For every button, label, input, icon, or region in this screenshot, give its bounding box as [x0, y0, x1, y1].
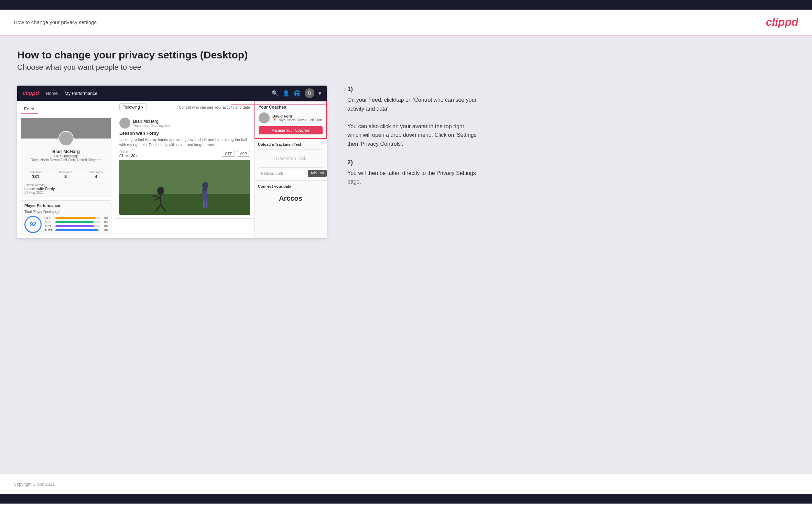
svg-rect-13: [203, 201, 205, 208]
pp-title: Player Performance: [24, 203, 108, 208]
post-avatar: [119, 118, 130, 129]
info-icon: i: [55, 210, 59, 214]
main-content: How to change your privacy settings (Des…: [0, 35, 812, 474]
bar-track: [55, 221, 100, 223]
red-connector-line: [231, 104, 327, 105]
bar-label: APP: [44, 220, 54, 224]
svg-rect-14: [206, 201, 207, 208]
bar-label: OTT: [44, 216, 54, 220]
bar-value: 86: [101, 224, 108, 228]
coach-item: David Ford 📍 Royal North Devon Golf Club: [259, 112, 323, 123]
footer-copyright: Copyright Clippd 2022: [14, 482, 55, 487]
bar-track: [55, 225, 100, 227]
stat-following-label: Following: [89, 170, 102, 174]
bar-label: ARG: [44, 224, 54, 228]
bar-track: [55, 229, 100, 231]
tag-ott: OTT: [222, 151, 235, 157]
control-privacy-link[interactable]: Control who can see your activity and da…: [179, 105, 250, 109]
latest-activity-label: Latest Activity: [24, 183, 108, 187]
trackman-placeholder: Trackman Link: [258, 149, 323, 168]
profile-banner: [21, 118, 111, 139]
nav-link-performance[interactable]: My Performance: [65, 91, 97, 96]
quality-bars: OTT 90 APP 85 ARG 86 PUTT 96: [44, 216, 108, 233]
profile-avatar: [58, 131, 74, 146]
post-title: Lesson with Fordy: [119, 131, 250, 136]
instruction-2-number: 2): [347, 159, 788, 166]
nav-link-home[interactable]: Home: [46, 91, 58, 96]
app-mockup: clippd Home My Performance 🔍 👤 🌐 B ▾ Fee…: [17, 86, 327, 238]
page-subheading: Choose what you want people to see: [17, 63, 795, 72]
post-card: Blair McHarg Yesterday · Sunningdale Les…: [115, 114, 254, 219]
bar-fill: [55, 217, 96, 219]
chevron-down-icon[interactable]: ▾: [318, 90, 321, 97]
trackman-input[interactable]: [258, 170, 306, 177]
profile-name: Blair McHarg: [24, 149, 108, 154]
instruction-2-text: You will then be taken directly to the P…: [347, 169, 478, 186]
user-avatar[interactable]: B: [305, 88, 314, 98]
bar-fill: [55, 221, 94, 223]
latest-activity: Latest Activity Lesson with Fordy 03 Aug…: [21, 181, 111, 197]
svg-rect-1: [119, 194, 250, 215]
latest-activity-title: Lesson with Fordy: [24, 187, 108, 191]
manage-coaches-button[interactable]: Manage Your Coaches: [259, 126, 323, 134]
content-area: clippd Home My Performance 🔍 👤 🌐 B ▾ Fee…: [17, 86, 795, 238]
instructions-panel: 1) On your Feed, click/tap on 'Control w…: [340, 86, 795, 197]
coach-club: 📍 Royal North Devon Golf Club: [272, 118, 322, 122]
feed-tab[interactable]: Feed: [21, 104, 38, 114]
bar-value: 96: [101, 229, 108, 232]
stat-activities: Activities 131: [30, 170, 42, 179]
profile-card: Blair McHarg Plus Handicap Royal North D…: [21, 118, 111, 197]
footer: Copyright Clippd 2022: [0, 474, 812, 494]
app-nav-logo: clippd: [23, 90, 39, 96]
chevron-icon: ▾: [141, 105, 143, 110]
instruction-1-number: 1): [347, 86, 788, 93]
following-button[interactable]: Following ▾: [119, 103, 147, 111]
header: How to change your privacy settings clip…: [0, 10, 812, 35]
duration-label: Duration: [119, 150, 142, 154]
add-link-button[interactable]: Add Link: [308, 170, 327, 177]
svg-point-8: [202, 182, 208, 189]
nav-icons: 🔍 👤 🌐 B ▾: [272, 88, 321, 98]
arccos-logo: Arccos: [258, 191, 323, 206]
quality-score-circle: 92: [24, 216, 42, 233]
stat-followers-value: 3: [59, 174, 72, 179]
trackman-section: Upload a Trackman Test Trackman Link Add…: [255, 139, 327, 181]
golf-scene: [119, 160, 250, 215]
connect-title: Connect your data: [258, 184, 323, 188]
quality-bar-row: OTT 90: [44, 216, 108, 220]
app-right-panel: Your Coaches David Ford 📍 Royal North De…: [255, 101, 327, 238]
trackman-title: Upload a Trackman Test: [258, 142, 323, 146]
top-bar: [0, 0, 812, 10]
duration-value: 01 hr : 30 min: [119, 154, 142, 158]
header-title: How to change your privacy settings: [14, 19, 97, 25]
coach-avatar: [259, 112, 270, 123]
latest-activity-date: 03 Aug 2022: [24, 191, 108, 195]
bar-label: PUTT: [44, 229, 54, 232]
bar-track: [55, 217, 100, 219]
globe-icon[interactable]: 🌐: [294, 90, 301, 97]
connect-section: Connect your data Arccos: [255, 181, 327, 209]
bar-fill: [55, 229, 98, 231]
page-heading: How to change your privacy settings (Des…: [17, 49, 795, 61]
profile-club: Royal North Devon Golf Club, United King…: [24, 158, 108, 162]
bar-value: 85: [101, 220, 108, 224]
clippd-logo: clippd: [766, 16, 798, 29]
coach-info: David Ford 📍 Royal North Devon Golf Club: [272, 114, 322, 122]
post-image: [119, 160, 250, 215]
feed-header: Following ▾ Control who can see your act…: [115, 101, 254, 114]
stat-followers: Followers 3: [59, 170, 72, 179]
search-icon[interactable]: 🔍: [272, 90, 279, 97]
location-icon: 📍: [272, 118, 277, 122]
coaches-section: Your Coaches David Ford 📍 Royal North De…: [255, 101, 326, 138]
duration-info: Duration 01 hr : 30 min: [119, 150, 142, 158]
quality-bar-row: APP 85: [44, 220, 108, 224]
coaches-title: Your Coaches: [259, 105, 323, 110]
instruction-2: 2) You will then be taken directly to th…: [347, 159, 788, 186]
user-icon[interactable]: 👤: [283, 90, 290, 97]
app-sidebar: Feed Blair McHarg Plus Handicap Royal No…: [17, 101, 115, 238]
post-body: Looking to feel like my hands are exitin…: [119, 137, 250, 148]
stat-following: Following 4: [89, 170, 102, 179]
post-header: Blair McHarg Yesterday · Sunningdale: [119, 118, 250, 129]
profile-handicap: Plus Handicap: [24, 154, 108, 158]
svg-rect-10: [202, 189, 204, 191]
